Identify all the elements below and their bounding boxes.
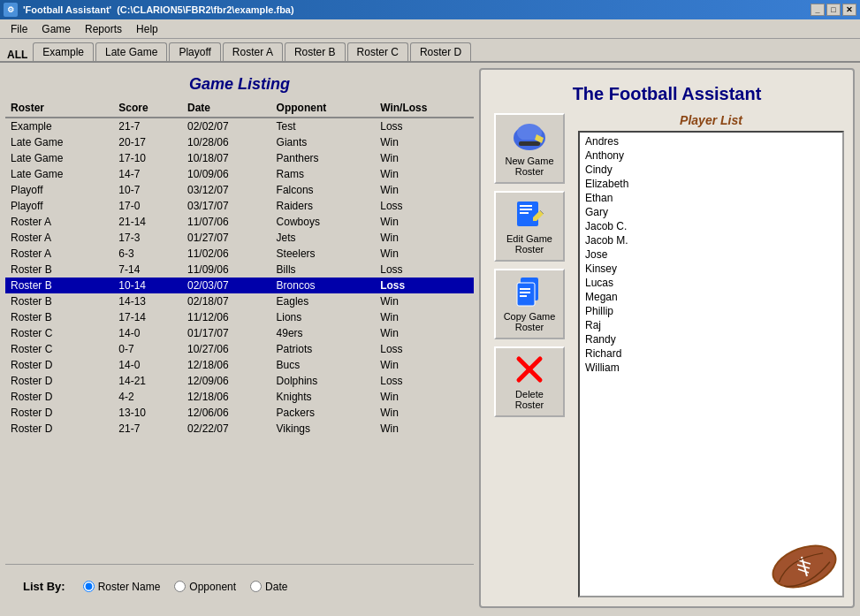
radio-date[interactable]: Date: [250, 581, 287, 593]
tab-all[interactable]: ALL: [7, 49, 27, 61]
table-row[interactable]: Late Game20-1710/28/06GiantsWin: [5, 134, 474, 150]
cell-date: 03/17/07: [182, 198, 271, 214]
list-item[interactable]: Jacob M.: [583, 233, 839, 247]
right-panel: The Football Assistant New GameRoster: [479, 68, 855, 608]
list-item[interactable]: Raj: [583, 318, 839, 332]
tab-roster-d[interactable]: Roster D: [410, 42, 471, 61]
delete-icon: [514, 354, 545, 385]
cell-date: 12/18/06: [182, 389, 271, 405]
table-row[interactable]: Roster D4-212/18/06KnightsWin: [5, 389, 474, 405]
cell-score: 17-0: [113, 198, 182, 214]
svg-rect-4: [520, 205, 532, 207]
list-item[interactable]: Ethan: [583, 191, 839, 205]
table-row[interactable]: Roster D14-2112/09/06DolphinsLoss: [5, 373, 474, 389]
cell-date: 12/18/06: [182, 357, 271, 373]
cell-opponent: Lions: [271, 309, 376, 325]
tab-roster-b[interactable]: Roster B: [285, 42, 346, 61]
cell-opponent: Vikings: [271, 421, 376, 437]
cell-date: 02/02/07: [182, 118, 271, 134]
list-item[interactable]: Anthony: [583, 148, 839, 163]
radio-opponent[interactable]: Opponent: [174, 581, 236, 593]
football-icon: [765, 536, 844, 593]
list-item[interactable]: Andres: [583, 134, 839, 148]
cell-date: 02/18/07: [182, 293, 271, 309]
list-item[interactable]: Randy: [583, 332, 839, 346]
table-row[interactable]: Roster A6-311/02/06SteelersWin: [5, 246, 474, 262]
menu-reports[interactable]: Reports: [78, 21, 129, 37]
cell-result: Win: [375, 166, 474, 182]
cell-date: 12/06/06: [182, 405, 271, 421]
table-row[interactable]: Roster A17-301/27/07JetsWin: [5, 230, 474, 246]
radio-roster-name[interactable]: Roster Name: [83, 581, 161, 593]
cell-opponent: Steelers: [271, 246, 376, 262]
list-item[interactable]: Lucas: [583, 276, 839, 290]
cell-result: Loss: [375, 118, 474, 134]
radio-date-input[interactable]: [250, 581, 262, 592]
cell-date: 02/03/07: [182, 278, 271, 293]
menu-bar: File Game Reports Help: [0, 19, 860, 39]
table-row[interactable]: Roster D13-1012/06/06PackersWin: [5, 405, 474, 421]
cell-roster: Roster C: [5, 325, 113, 341]
list-item[interactable]: Kinsey: [583, 262, 839, 276]
list-item[interactable]: Richard: [583, 346, 839, 361]
table-row[interactable]: Playoff17-003/17/07RaidersLoss: [5, 198, 474, 214]
table-row[interactable]: Roster D21-702/22/07VikingsWin: [5, 421, 474, 437]
list-item[interactable]: William: [583, 361, 839, 375]
close-button[interactable]: ✕: [842, 4, 856, 16]
tab-example[interactable]: Example: [33, 42, 94, 61]
edit-game-roster-button[interactable]: Edit GameRoster: [494, 191, 565, 262]
radio-opponent-input[interactable]: [174, 581, 186, 592]
cell-result: Win: [375, 293, 474, 309]
list-item[interactable]: Cindy: [583, 163, 839, 177]
maximize-button[interactable]: □: [826, 4, 841, 16]
cell-roster: Roster B: [5, 309, 113, 325]
cell-date: 03/12/07: [182, 182, 271, 198]
list-item[interactable]: Elizabeth: [583, 177, 839, 191]
minimize-button[interactable]: _: [811, 4, 825, 16]
svg-rect-10: [520, 292, 530, 293]
list-item[interactable]: Jose: [583, 247, 839, 262]
copy-game-roster-button[interactable]: Copy GameRoster: [494, 269, 565, 339]
cell-score: 10-7: [113, 182, 182, 198]
list-item[interactable]: Jacob C.: [583, 219, 839, 233]
cell-result: Win: [375, 182, 474, 198]
table-row[interactable]: Playoff10-703/12/07FalconsWin: [5, 182, 474, 198]
game-table-wrapper[interactable]: Roster Score Date Opponent Win/Loss Exam…: [5, 99, 474, 564]
cell-roster: Playoff: [5, 182, 113, 198]
radio-roster-name-input[interactable]: [83, 581, 95, 592]
cell-date: 11/12/06: [182, 309, 271, 325]
list-item[interactable]: Gary: [583, 205, 839, 219]
window-controls[interactable]: _ □ ✕: [811, 4, 856, 16]
table-row[interactable]: Late Game17-1010/18/07PanthersWin: [5, 150, 474, 166]
table-row[interactable]: Late Game14-710/09/06RamsWin: [5, 166, 474, 182]
menu-help[interactable]: Help: [129, 21, 165, 37]
tab-roster-a[interactable]: Roster A: [223, 42, 283, 61]
table-row[interactable]: Roster B10-1402/03/07BroncosLoss: [5, 278, 474, 293]
table-row[interactable]: Roster C0-710/27/06PatriotsLoss: [5, 341, 474, 357]
table-row[interactable]: Roster A21-1411/07/06CowboysWin: [5, 214, 474, 230]
cell-score: 7-14: [113, 262, 182, 278]
table-row[interactable]: Example21-702/02/07TestLoss: [5, 118, 474, 134]
table-row[interactable]: Roster B7-1411/09/06BillsLoss: [5, 262, 474, 278]
table-row[interactable]: Roster B17-1411/12/06LionsWin: [5, 309, 474, 325]
svg-rect-11: [520, 295, 527, 297]
table-row[interactable]: Roster B14-1302/18/07EaglesWin: [5, 293, 474, 309]
copy-icon: [514, 276, 545, 308]
player-list-box[interactable]: AndresAnthonyCindyElizabethEthanGaryJaco…: [578, 131, 844, 597]
list-item[interactable]: Phillip: [583, 304, 839, 318]
buttons-col: New GameRoster Edit GameRoster: [490, 113, 569, 597]
list-item[interactable]: Megan: [583, 290, 839, 304]
cell-opponent: Packers: [271, 405, 376, 421]
cell-result: Win: [375, 389, 474, 405]
table-row[interactable]: Roster C14-001/17/0749ersWin: [5, 325, 474, 341]
tab-playoff[interactable]: Playoff: [169, 42, 220, 61]
cell-opponent: Test: [271, 118, 376, 134]
cell-roster: Roster A: [5, 246, 113, 262]
new-game-roster-button[interactable]: New GameRoster: [494, 113, 565, 184]
tab-late-game[interactable]: Late Game: [95, 42, 167, 61]
tab-roster-c[interactable]: Roster C: [347, 42, 408, 61]
table-row[interactable]: Roster D14-012/18/06BucsWin: [5, 357, 474, 373]
menu-game[interactable]: Game: [34, 21, 78, 37]
delete-roster-button[interactable]: DeleteRoster: [494, 346, 565, 417]
menu-file[interactable]: File: [4, 21, 34, 37]
